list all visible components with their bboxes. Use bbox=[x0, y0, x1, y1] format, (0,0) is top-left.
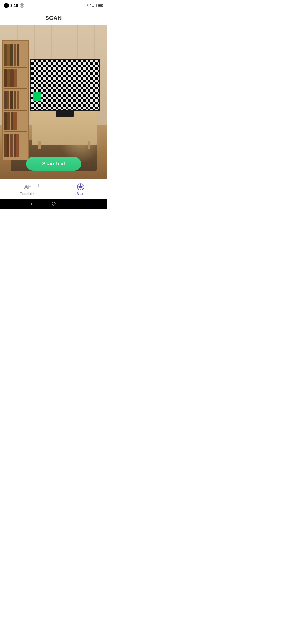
tv-leg-left bbox=[38, 141, 41, 149]
tv bbox=[30, 59, 100, 117]
status-bar-left: 3:18 bbox=[4, 3, 24, 8]
shelf-frame bbox=[2, 40, 29, 160]
scan-text-label: Scan Text bbox=[42, 161, 65, 167]
scan-text-button[interactable]: Scan Text bbox=[26, 157, 81, 171]
translate-icon: A 文 bbox=[23, 183, 31, 191]
camera-indicator bbox=[4, 3, 9, 8]
tv-leg-right bbox=[88, 141, 90, 149]
svg-rect-16 bbox=[35, 184, 38, 187]
checkerboard-display bbox=[31, 60, 99, 110]
svg-rect-6 bbox=[96, 4, 97, 7]
page-title: SCAN bbox=[45, 15, 62, 21]
room-scene: Scan Text bbox=[0, 25, 107, 179]
tv-stand-legs bbox=[38, 141, 90, 149]
tv-frame bbox=[30, 59, 100, 111]
app-header: SCAN bbox=[0, 11, 107, 25]
status-bar-right bbox=[86, 4, 103, 7]
status-time: 3:18 bbox=[10, 3, 18, 8]
svg-rect-8 bbox=[99, 5, 102, 6]
svg-text:文: 文 bbox=[27, 185, 31, 190]
nav-label-translate: Translate bbox=[20, 192, 34, 196]
alert-icon bbox=[20, 3, 24, 8]
battery-icon bbox=[98, 4, 103, 7]
svg-point-1 bbox=[22, 6, 22, 7]
svg-point-2 bbox=[89, 6, 89, 7]
wifi-icon bbox=[86, 4, 91, 7]
status-bar: 3:18 bbox=[0, 0, 107, 11]
svg-rect-9 bbox=[103, 5, 103, 6]
signal-icon bbox=[92, 4, 97, 7]
recents-button[interactable] bbox=[73, 201, 78, 207]
back-button[interactable] bbox=[29, 201, 34, 207]
tv-base bbox=[56, 111, 73, 117]
camera-view: Scan Text bbox=[0, 25, 107, 179]
svg-marker-14 bbox=[31, 202, 32, 206]
tv-screen bbox=[31, 60, 99, 110]
svg-rect-3 bbox=[92, 6, 93, 7]
svg-rect-5 bbox=[95, 5, 95, 7]
system-nav-bar bbox=[0, 199, 107, 209]
bookshelf bbox=[2, 40, 29, 160]
svg-rect-4 bbox=[94, 6, 94, 7]
green-square-overlay bbox=[33, 92, 41, 101]
